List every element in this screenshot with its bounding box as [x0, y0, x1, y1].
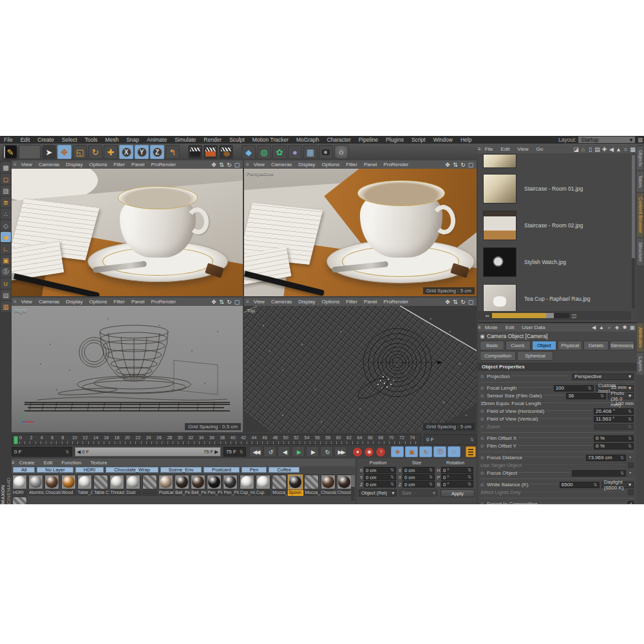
material-name[interactable]: HDRI [12, 490, 28, 496]
layer-tab[interactable]: Pen [242, 467, 267, 473]
rotate-view-icon[interactable]: ↻ [225, 299, 233, 305]
timeline-keys-button[interactable] [466, 446, 476, 457]
dolly-view-icon[interactable]: ⇅ [451, 162, 459, 168]
toolbar-gap[interactable] [181, 145, 187, 159]
burger-icon[interactable]: ≡ [14, 299, 17, 305]
material-thumbnail[interactable] [240, 475, 254, 489]
value-field[interactable]: 73.969 cm⇅ [586, 455, 626, 461]
rotation-b-field[interactable]: 0 °⇅ [441, 481, 473, 488]
pan-view-icon[interactable]: ✥ [210, 299, 218, 305]
value-field[interactable]: 0 %⇅ [594, 443, 634, 450]
list-item[interactable]: Staircase - Room 02.jpg [483, 208, 631, 242]
material[interactable]: Dust [126, 475, 141, 496]
dropdown[interactable]: Perspective▾ [572, 374, 634, 380]
preview-toggle-icon[interactable]: ◪ [573, 146, 580, 153]
dropdown[interactable]: 35 mm Photo (36.0 mm)▾ [608, 393, 634, 399]
viewport-right[interactable]: ≡ ViewCamerasDisplayOptionsFilterPanelPr… [12, 298, 243, 432]
material-thumbnail[interactable] [44, 475, 59, 489]
menu-item[interactable]: Window [430, 137, 457, 143]
viewport-menu-item[interactable]: Cameras [268, 299, 295, 305]
viewport-top[interactable]: ≡ ViewCamerasDisplayOptionsFilterPanelPr… [244, 298, 477, 432]
timeline-scrubber[interactable]: ◀ 0 F75 F ▶ [75, 447, 221, 457]
material-name[interactable]: Ball_Per [191, 490, 206, 496]
panel-grid-icon[interactable]: ▦ [629, 325, 636, 330]
material[interactable]: Table_C [77, 475, 93, 496]
next-frame-button[interactable]: ▶ [306, 446, 319, 457]
picker-icon[interactable]: ◔ [626, 455, 634, 460]
search-icon[interactable]: ○ [605, 325, 613, 330]
last-used-tool[interactable]: ✚ [104, 145, 118, 159]
material-name[interactable]: Chocola [321, 490, 336, 496]
viewport-perspective[interactable]: ≡ ViewCamerasDisplayOptionsFilterPanelPr… [244, 160, 477, 296]
viewport-menu-item[interactable]: Options [86, 299, 111, 305]
settings-gear-icon[interactable]: ✱ [621, 325, 629, 330]
burger-icon[interactable]: ≡ [246, 299, 249, 305]
stepper-icon[interactable]: ⇅ [628, 417, 632, 422]
menu-item[interactable]: Tools [81, 137, 102, 143]
keyframe-dot-icon[interactable]: ⊙ [480, 409, 487, 414]
stepper-icon[interactable]: ⇅ [600, 393, 604, 399]
toolbar-gap[interactable] [234, 145, 240, 159]
planar-workplane-icon[interactable]: ▥ [1, 301, 11, 312]
attribute-tab[interactable]: Physical [558, 341, 582, 350]
material[interactable]: Ball_Per [191, 475, 206, 496]
stepper-icon[interactable]: ⇅ [620, 471, 624, 476]
stepper-icon[interactable]: ⇅ [594, 482, 598, 488]
material[interactable]: Pen_Pla [223, 475, 238, 496]
size-mode-dropdown[interactable]: Size▾ [399, 489, 437, 497]
stepper-icon[interactable]: ⇅ [628, 409, 632, 414]
material[interactable]: Pen_Pla [207, 475, 222, 496]
add-preset-icon[interactable]: ✚ [601, 146, 608, 153]
end-frame-field[interactable]: 75 F⇅ [223, 447, 246, 457]
material-name[interactable]: Aluminu [28, 490, 44, 496]
list-item[interactable]: Tea Cup - Raphael Rau.jpg [483, 281, 631, 311]
attribute-tab[interactable]: Basic [480, 341, 504, 350]
keying-rotation-toggle[interactable]: ↻ [419, 446, 432, 457]
keying-pla-toggle[interactable]: ∷ [448, 446, 460, 457]
stepper-icon[interactable]: ⇅ [628, 424, 632, 430]
rotate-view-icon[interactable]: ↻ [459, 299, 467, 305]
command-box[interactable] [19, 145, 41, 159]
viewport-menu-item[interactable]: Display [295, 299, 318, 305]
material[interactable]: Chocola [321, 475, 336, 496]
menu-item[interactable]: Render [200, 137, 225, 143]
back-icon[interactable]: ◀ [608, 146, 615, 153]
side-tab[interactable]: Objects [637, 146, 643, 170]
viewport-menu-item[interactable]: Options [319, 299, 343, 305]
workplane-mode-icon[interactable]: ≣ [1, 197, 11, 207]
attributes-menu-item[interactable]: Edit [502, 325, 518, 330]
live-selection-tool[interactable]: ➤ [42, 145, 56, 159]
checkbox[interactable] [628, 462, 634, 468]
layer-tab[interactable]: HDRI [75, 467, 104, 473]
add-primitive-cube-button[interactable]: ◆ [242, 145, 256, 159]
keyframe-dot-icon[interactable]: ⊙ [480, 374, 487, 379]
layer-tab[interactable]: Coffee [269, 467, 299, 473]
material-thumbnail[interactable] [272, 475, 287, 489]
material-thumbnail[interactable] [223, 475, 238, 489]
current-frame-field[interactable]: 0 F⇅ [12, 447, 72, 457]
material[interactable]: Wood [61, 475, 77, 496]
material[interactable]: Chocola [337, 475, 352, 496]
value-field[interactable]: 36⇅ [566, 393, 606, 399]
timeline-ruler[interactable]: 0246810121416182022242628303234363840424… [12, 434, 421, 445]
render-settings-button[interactable] [219, 145, 233, 159]
browser-window-icon[interactable]: ◫ [572, 313, 577, 319]
material-name[interactable]: Pen_Pla [223, 490, 238, 496]
viewport-menu-item[interactable]: Cameras [35, 162, 62, 167]
magnet-snap-icon[interactable]: ∪ [1, 278, 11, 289]
stepper-icon[interactable]: ⇅ [628, 436, 632, 441]
pan-view-icon[interactable]: ✥ [210, 162, 218, 168]
material-name[interactable]: Thread [109, 490, 125, 496]
viewport-menu-item[interactable]: Options [86, 162, 111, 167]
viewport-menu-item[interactable]: Display [295, 162, 318, 167]
keyframe-dot-icon[interactable]: ⊙ [480, 482, 487, 488]
small-thumbnails-icon[interactable]: ▪▪ [486, 313, 489, 319]
material-thumbnail[interactable] [126, 475, 140, 489]
viewport-menu-item[interactable]: Options [319, 162, 343, 167]
value-field[interactable]: 100⇅ [554, 385, 594, 392]
viewport-menu-item[interactable]: Display [62, 162, 86, 167]
play-forwards-button[interactable]: ▶ [292, 446, 305, 457]
workspace-icon[interactable]: ▦ [638, 137, 644, 143]
layout-dropdown[interactable]: Startup▾ [578, 137, 635, 143]
material-thumbnail[interactable] [191, 475, 205, 489]
